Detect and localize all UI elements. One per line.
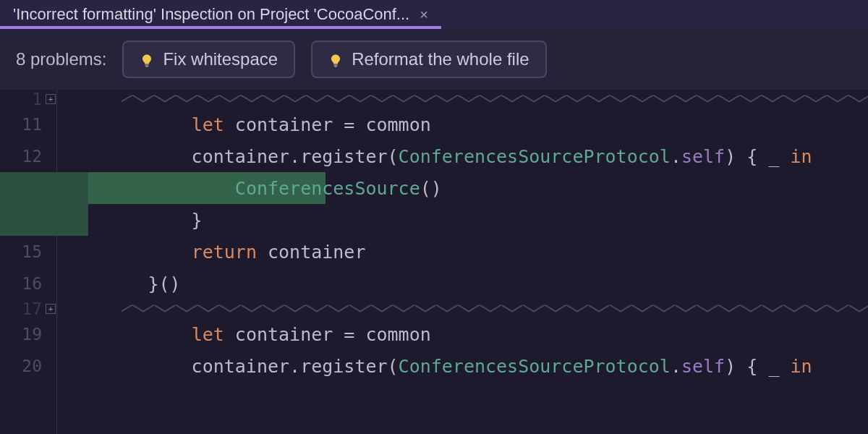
- code-text: container.register(ConferencesSourceProt…: [61, 146, 812, 167]
- fold-expand-icon[interactable]: +: [46, 94, 56, 104]
- tab-bar: 'Incorrect formatting' Inspection on Pro…: [0, 0, 868, 29]
- reformat-file-label: Reformat the whole file: [352, 49, 529, 69]
- code-text: }: [61, 210, 203, 231]
- code-text: let container = common: [61, 114, 431, 135]
- bulb-icon: [140, 52, 154, 67]
- svg-rect-1: [145, 66, 148, 67]
- code-line[interactable]: 15 return container: [0, 236, 868, 268]
- svg-rect-2: [334, 64, 338, 65]
- line-number: 15: [0, 242, 42, 261]
- code-line[interactable]: 19 let container = common: [0, 318, 868, 350]
- code-text: return container: [61, 242, 365, 263]
- fold-expand-icon[interactable]: +: [46, 304, 56, 314]
- svg-rect-3: [334, 66, 337, 67]
- code-text: container.register(ConferencesSourceProt…: [61, 356, 812, 377]
- code-text: }(): [61, 273, 181, 294]
- bulb-icon: [328, 52, 343, 67]
- code-line[interactable]: 12 container.register(ConferencesSourceP…: [0, 140, 868, 172]
- tab-active-underline: [0, 26, 441, 29]
- line-number: 12: [0, 147, 42, 166]
- fix-whitespace-label: Fix whitespace: [163, 49, 278, 69]
- line-number: 11: [0, 115, 42, 134]
- inspection-tab[interactable]: 'Incorrect formatting' Inspection on Pro…: [0, 0, 441, 29]
- code-editor[interactable]: 1+11 let container = common12 container.…: [0, 90, 868, 434]
- line-number: 20: [0, 357, 42, 375]
- line-number: 17: [0, 299, 42, 318]
- problems-count: 8 problems:: [16, 49, 106, 69]
- line-number: 1: [0, 90, 42, 109]
- fix-whitespace-button[interactable]: Fix whitespace: [122, 41, 295, 78]
- close-icon[interactable]: ×: [420, 7, 428, 22]
- tab-title: 'Incorrect formatting' Inspection on Pro…: [13, 5, 409, 24]
- inspection-toolbar: 8 problems: Fix whitespace Reformat the …: [0, 29, 868, 90]
- code-line[interactable]: 20 container.register(ConferencesSourceP…: [0, 350, 868, 382]
- fold-separator[interactable]: 17+: [0, 299, 868, 318]
- line-number: 19: [0, 325, 42, 344]
- code-line[interactable]: 16 }(): [0, 268, 868, 299]
- reformat-file-button[interactable]: Reformat the whole file: [311, 41, 546, 78]
- code-line[interactable]: 14 }: [0, 204, 868, 236]
- code-text: let container = common: [61, 324, 431, 345]
- code-line[interactable]: 13 ConferencesSource(): [0, 172, 868, 204]
- line-number: 16: [0, 274, 42, 293]
- code-line[interactable]: 11 let container = common: [0, 109, 868, 140]
- code-text: ConferencesSource(): [61, 178, 442, 199]
- fold-separator[interactable]: 1+: [0, 90, 868, 109]
- svg-rect-0: [145, 64, 149, 65]
